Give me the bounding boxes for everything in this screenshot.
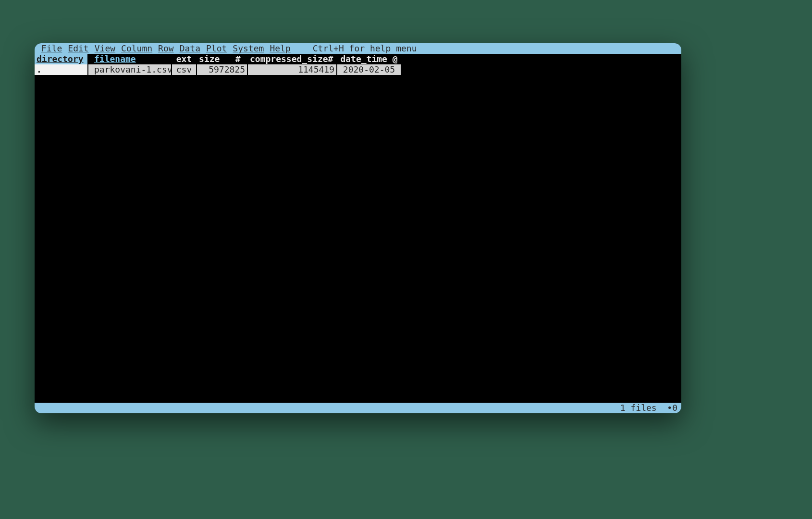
cell-ext[interactable]: csv xyxy=(172,64,197,75)
menu-edit[interactable]: Edit xyxy=(65,43,91,54)
menu-row[interactable]: Row xyxy=(155,43,177,54)
status-middle: | saul.pw/VisiData v2.10.2 | opening par… xyxy=(135,403,333,413)
status-right: 1 files •0 xyxy=(620,403,681,413)
cell-size[interactable]: 5972825 xyxy=(197,64,248,75)
empty-area xyxy=(35,75,681,403)
header-directory[interactable]: directory xyxy=(35,54,88,64)
terminal-window: File Edit View Column Row Data Plot Syst… xyxy=(35,43,681,413)
menu-plot[interactable]: Plot xyxy=(203,43,230,54)
cell-compressed-size[interactable]: 1145419 xyxy=(248,64,337,75)
menu-view[interactable]: View xyxy=(92,43,118,54)
header-filename[interactable]: filename xyxy=(88,54,172,64)
status-left: 1› parkovani.csv xyxy=(36,403,135,413)
menu-system[interactable]: System xyxy=(230,43,267,54)
header-compressed-size[interactable]: compressed_size# xyxy=(248,54,337,64)
help-hint: Ctrl+H for help menu xyxy=(313,43,417,54)
column-header-row: directory filename ext size # compressed… xyxy=(35,54,681,64)
menu-bar: File Edit View Column Row Data Plot Syst… xyxy=(35,43,681,54)
table-row[interactable]: . parkovani-1.csv csv 5972825 1145419 20… xyxy=(35,64,681,75)
cell-filename[interactable]: parkovani-1.csv xyxy=(88,64,172,75)
cell-directory[interactable]: . xyxy=(35,64,88,75)
header-date-time[interactable]: date_time @ xyxy=(337,54,402,64)
menu-help[interactable]: Help xyxy=(267,43,293,54)
header-ext[interactable]: ext xyxy=(172,54,197,64)
cell-date-time[interactable]: 2020-02-05 xyxy=(337,64,402,75)
status-bar: 1› parkovani.csv | saul.pw/VisiData v2.1… xyxy=(35,403,681,413)
menu-column[interactable]: Column xyxy=(118,43,155,54)
header-size[interactable]: size # xyxy=(197,54,248,64)
menu-data[interactable]: Data xyxy=(177,43,203,54)
menu-file[interactable]: File xyxy=(38,43,65,54)
